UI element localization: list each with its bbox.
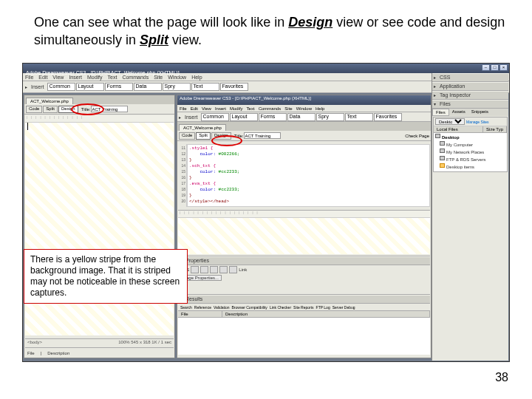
view-switcher: Code Split Design Title: xyxy=(24,104,174,115)
tab-link-checker[interactable]: Link Checker xyxy=(270,305,291,310)
close-button[interactable]: × xyxy=(499,64,508,71)
properties-panel: Properties CSS Link Page Properties... xyxy=(178,256,430,293)
split-view-switcher: Code Split Design Title: Check Page xyxy=(177,131,431,141)
insert-cat-2[interactable]: Common xyxy=(201,113,229,121)
tree-desktop-items[interactable]: Desktop items xyxy=(435,163,505,171)
maximize-button[interactable]: □ xyxy=(491,64,499,71)
results-header[interactable]: Results xyxy=(178,295,430,304)
tab-browser-compat[interactable]: Browser Compatibility xyxy=(232,305,267,310)
menu-modify[interactable]: Modify xyxy=(87,75,103,80)
menu-site-2[interactable]: Site xyxy=(284,106,292,111)
tree-desktop[interactable]: Desktop xyxy=(435,134,505,141)
c4[interactable]: Data xyxy=(287,113,316,121)
ftp-icon xyxy=(440,156,445,160)
site-select[interactable]: Desktop xyxy=(435,118,465,125)
menu-window-2[interactable]: Window xyxy=(296,106,312,111)
menu-view[interactable]: View xyxy=(52,75,64,80)
menu-file[interactable]: File xyxy=(25,75,33,80)
menu-insert[interactable]: Insert xyxy=(69,75,82,80)
c5[interactable]: Spry xyxy=(316,113,344,121)
bold-button[interactable] xyxy=(191,266,199,273)
align-right-button[interactable] xyxy=(229,266,237,273)
menu-file-2[interactable]: File xyxy=(180,106,187,111)
split-code-button[interactable]: Code xyxy=(179,132,195,140)
properties-header[interactable]: Properties xyxy=(178,256,430,265)
title-input-2[interactable] xyxy=(244,132,281,139)
panel-tag-inspector[interactable]: Tag Inspector xyxy=(432,91,508,100)
insert-cat-forms[interactable]: Forms xyxy=(105,83,133,91)
panel-files[interactable]: Files xyxy=(432,100,508,109)
design-view-button[interactable]: Design xyxy=(58,106,78,113)
split-view-button[interactable]: Split xyxy=(43,106,58,113)
results-columns: File Description xyxy=(178,311,430,318)
panel-application[interactable]: Application xyxy=(432,82,508,91)
insert-cat-text[interactable]: Text xyxy=(191,83,219,91)
menu-text[interactable]: Text xyxy=(108,75,117,80)
split-design-pane[interactable]: | | | | | | | | | | | | | | | | | | xyxy=(178,210,430,254)
results-tabs: Search Reference Validation Browser Comp… xyxy=(178,304,430,311)
menu-edit-2[interactable]: Edit xyxy=(191,106,198,111)
minimize-button[interactable]: – xyxy=(482,64,490,71)
check-page-button[interactable]: Check Page xyxy=(405,134,429,138)
split-design-button[interactable]: Design xyxy=(211,132,231,140)
c7[interactable]: Favorites xyxy=(374,113,402,121)
title-input[interactable] xyxy=(91,106,128,112)
c3[interactable]: Forms xyxy=(259,113,287,121)
split-ruler: | | | | | | | | | | | | | | | | | | xyxy=(178,211,430,218)
cursor-icon xyxy=(27,123,28,130)
design-document: ACT_Welcome.php Code Split Design Title:… xyxy=(24,95,175,358)
split-split-button[interactable]: Split xyxy=(196,132,211,140)
manage-sites-link[interactable]: Manage Sites xyxy=(466,120,489,124)
tab-search[interactable]: Search xyxy=(180,305,192,310)
titlebar: Adobe Dreamweaver CS3 - [D:\PHP\ACT_Welc… xyxy=(23,64,509,73)
insert-cat-data[interactable]: Data xyxy=(134,83,162,91)
right-panels: CSS Application Tag Inspector Files File… xyxy=(432,73,508,361)
insert-category[interactable]: Common xyxy=(47,83,75,91)
menu-commands-2[interactable]: Commands xyxy=(259,106,282,111)
menu-window[interactable]: Window xyxy=(168,75,186,80)
tab-assets[interactable]: Assets xyxy=(449,109,468,116)
align-center-button[interactable] xyxy=(219,266,228,273)
tab-validation[interactable]: Validation xyxy=(214,305,230,310)
panel-css[interactable]: CSS xyxy=(432,73,508,82)
tree-my-computer[interactable]: My Computer xyxy=(435,141,505,149)
tree-ftp[interactable]: FTP & RDS Servers xyxy=(435,156,505,163)
files-toolbar: Desktop Manage Sites xyxy=(434,117,507,126)
insert-cat-fav[interactable]: Favorites xyxy=(220,83,248,91)
italic-button[interactable] xyxy=(200,266,208,273)
menu-site[interactable]: Site xyxy=(154,75,163,80)
col-desc-2: Description xyxy=(222,311,430,317)
menu-help[interactable]: Help xyxy=(191,75,202,80)
c6[interactable]: Text xyxy=(345,113,373,121)
insert-cat-layout[interactable]: Layout xyxy=(76,83,104,91)
code-view-button[interactable]: Code xyxy=(26,106,42,113)
menu-view-2[interactable]: View xyxy=(202,106,211,111)
menu-text-2[interactable]: Text xyxy=(247,106,255,111)
tree-network[interactable]: My Network Places xyxy=(435,149,505,156)
tab-ftp-log[interactable]: FTP Log xyxy=(316,305,330,310)
window-controls: – □ × xyxy=(482,64,508,71)
ruler: | | | | | | | | | | | | | xyxy=(25,115,174,123)
code-pane[interactable]: .style1 { color: #002266;}.sch_txt { col… xyxy=(187,144,430,207)
file-tab[interactable]: ACT_Welcome.php xyxy=(26,98,73,104)
tab-reference[interactable]: Reference xyxy=(194,305,211,310)
tab-files[interactable]: Files xyxy=(432,109,449,116)
menu-help-2[interactable]: Help xyxy=(316,106,324,111)
tab-snippets[interactable]: Snippets xyxy=(468,109,491,116)
tab-server-debug[interactable]: Server Debug xyxy=(332,305,355,310)
menu-insert-2[interactable]: Insert xyxy=(215,106,226,111)
align-left-button[interactable] xyxy=(210,266,218,273)
menu-edit[interactable]: Edit xyxy=(38,75,47,80)
menu-commands[interactable]: Commands xyxy=(122,75,149,80)
insert-cat-spry[interactable]: Spry xyxy=(163,83,191,91)
tag-selector[interactable]: <body> xyxy=(27,340,42,346)
c2[interactable]: Layout xyxy=(230,113,258,121)
col-file-2: File xyxy=(178,311,222,317)
title-label-2: Title: xyxy=(234,134,244,138)
link-label: Link xyxy=(239,267,247,272)
tab-site-reports[interactable]: Site Reports xyxy=(293,305,314,310)
menu-modify-2[interactable]: Modify xyxy=(230,106,243,111)
split-file-tab[interactable]: ACT_Welcome.php xyxy=(179,124,226,131)
file-tree: Desktop My Computer My Network Places FT… xyxy=(434,133,507,171)
files-tabs: Files Assets Snippets xyxy=(432,109,508,116)
